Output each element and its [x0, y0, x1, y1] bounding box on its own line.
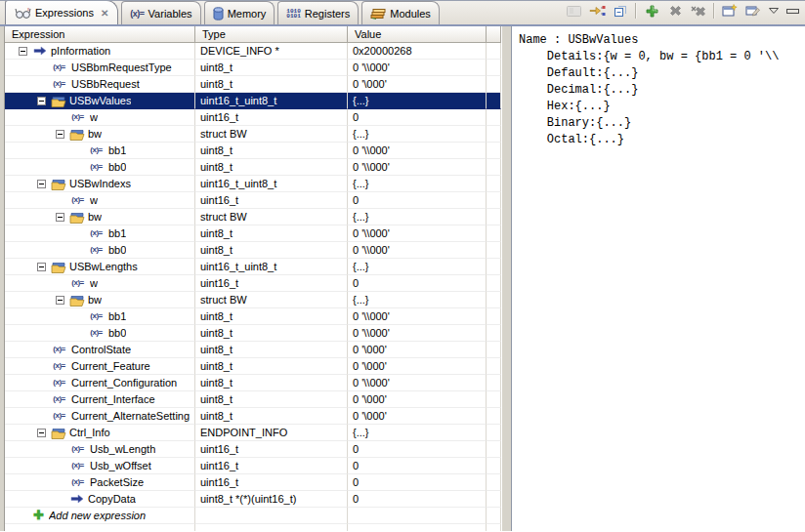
type-cell: uint8_t [195, 225, 348, 242]
expander-minus-icon[interactable] [56, 213, 64, 222]
table-row[interactable]: (x)=ControlStateuint8_t0 '\000' [5, 342, 501, 358]
show-logical-structure-icon[interactable] [588, 3, 606, 20]
row-stub-cell [487, 342, 501, 358]
tab-registers[interactable]: 10100101 Registers [277, 1, 359, 24]
value-cell: 0 '\\000' [348, 308, 487, 325]
tab-modules[interactable]: Modules [361, 1, 440, 24]
variables-icon: (x)= [130, 9, 144, 19]
value-cell [348, 508, 487, 524]
table-row[interactable]: (x)=Current_Configurationuint8_t0 '\\000… [5, 375, 501, 391]
table-row[interactable]: (x)=wuint16_t0 [5, 192, 501, 209]
row-stub-cell [487, 143, 501, 159]
row-stub-cell [487, 425, 501, 441]
view-menu-icon[interactable] [768, 3, 780, 20]
row-stub-cell [487, 192, 501, 209]
open-new-view-icon[interactable] [721, 3, 739, 20]
table-row[interactable]: (x)=wuint16_t0 [5, 275, 501, 292]
expression-cell: (x)=Current_Feature [5, 358, 195, 375]
variable-icon: (x)= [87, 159, 106, 175]
value-cell: 0 '\\000' [348, 242, 487, 259]
expression-cell: USBwValues [5, 93, 195, 109]
pointer-icon [31, 46, 48, 56]
table-row[interactable]: (x)=bb0uint8_t0 '\\000' [5, 325, 501, 342]
view-tab-bar: x Expressions ✕ (x)= Variables Memory 10… [0, 1, 805, 26]
modules-icon [370, 7, 386, 20]
value-cell: 0 '\000' [348, 342, 487, 358]
detail-line: Default:{...} [519, 65, 805, 82]
expander-minus-icon[interactable] [37, 429, 46, 437]
show-type-names-icon[interactable] [565, 3, 582, 20]
expander-minus-icon[interactable] [37, 263, 46, 271]
table-row[interactable]: (x)=wuint16_t0 [5, 109, 501, 126]
column-header-value[interactable]: Value [348, 26, 487, 43]
type-cell: uint16_t [195, 474, 348, 491]
expander-minus-icon[interactable] [56, 296, 64, 305]
tab-expressions[interactable]: x Expressions ✕ [5, 0, 118, 24]
table-row[interactable]: (x)=bb0uint8_t0 '\\000' [5, 242, 501, 259]
table-row[interactable]: USBwLengthsuint16_t_uint8_t{...} [5, 259, 501, 275]
expander-minus-icon[interactable] [37, 180, 46, 188]
expander-minus-icon[interactable] [56, 130, 64, 139]
expression-cell: CopyData [5, 491, 195, 508]
collapse-all-icon[interactable] [612, 3, 629, 20]
table-row[interactable]: (x)=Usb_wLengthuint16_t0 [5, 441, 501, 458]
table-row[interactable]: bwstruct BW{...} [5, 209, 501, 225]
row-stub-cell [487, 209, 501, 225]
pin-view-icon[interactable] [744, 3, 762, 20]
table-row[interactable]: USBwIndexsuint16_t_uint8_t{...} [5, 176, 501, 192]
table-row[interactable]: (x)=bb0uint8_t0 '\\000' [5, 159, 501, 176]
splitter-handle[interactable] [501, 26, 512, 531]
detail-line: Binary:{...} [519, 115, 805, 132]
expression-cell: USBwIndexs [5, 176, 195, 192]
tab-label: Registers [305, 8, 350, 20]
type-cell: struct BW [195, 126, 348, 143]
expression-cell: (x)=Usb_wLength [5, 441, 195, 458]
expander-minus-icon[interactable] [19, 47, 27, 56]
expression-label: w [90, 109, 98, 125]
table-row[interactable]: bwstruct BW{...} [5, 126, 501, 143]
table-row[interactable]: USBwValuesuint16_t_uint8_t{...} [5, 93, 501, 109]
variable-icon: (x)= [87, 143, 106, 158]
remove-expression-icon[interactable] [666, 3, 684, 20]
table-row[interactable]: CopyDatauint8_t *(*)(uint16_t)0 [5, 491, 501, 508]
tab-label: Variables [148, 8, 192, 20]
type-cell: uint8_t [195, 60, 348, 76]
remove-all-expressions-icon[interactable] [690, 3, 707, 20]
table-row[interactable]: (x)=USBbRequestuint8_t0 '\000' [5, 76, 501, 93]
table-row[interactable]: (x)=Current_Featureuint8_t0 '\000' [5, 358, 501, 375]
table-row[interactable]: (x)=PacketSizeuint16_t0 [5, 474, 501, 491]
table-row[interactable]: (x)=USBbmRequestTypeuint8_t0 '\\000' [5, 60, 501, 76]
table-row[interactable]: (x)=Current_Interfaceuint8_t0 '\000' [5, 391, 501, 408]
table-row[interactable]: (x)=Usb_wOffsetuint16_t0 [5, 458, 501, 474]
expression-cell: (x)=bb0 [5, 159, 195, 176]
table-row[interactable]: (x)=bb1uint8_t0 '\\000' [5, 225, 501, 242]
minimize-icon[interactable] [785, 3, 799, 20]
add-new-expression-row[interactable]: ✚Add new expression [5, 508, 501, 524]
close-icon[interactable]: ✕ [101, 8, 108, 19]
expression-label: w [90, 275, 98, 291]
table-row[interactable]: bwstruct BW{...} [5, 292, 501, 308]
memory-icon [213, 7, 224, 20]
add-expression-icon[interactable] [643, 3, 660, 20]
column-header-expression[interactable]: Expression [5, 26, 195, 43]
column-header-type[interactable]: Type [195, 26, 348, 43]
row-stub-cell [487, 60, 501, 76]
expression-cell: (x)=Current_Interface [5, 391, 195, 408]
type-cell: uint8_t [195, 358, 348, 375]
table-row[interactable]: Ctrl_InfoENDPOINT_INFO{...} [5, 425, 501, 441]
expression-label: Ctrl_Info [69, 425, 110, 440]
type-cell: uint16_t [195, 441, 348, 458]
table-row[interactable]: (x)=bb1uint8_t0 '\\000' [5, 143, 501, 159]
row-stub-cell [487, 43, 501, 60]
table-row[interactable]: pInformationDEVICE_INFO *0x20000268 [5, 43, 501, 60]
table-header: Expression Type Value [5, 26, 501, 43]
variable-icon: (x)= [50, 358, 68, 374]
tab-memory[interactable]: Memory [204, 1, 275, 24]
detail-pane[interactable]: Name : USBwValues Details:{w = 0, bw = {… [512, 26, 805, 531]
value-cell: 0 '\000' [348, 391, 487, 408]
detail-line: Octal:{...} [519, 132, 805, 148]
tab-variables[interactable]: (x)= Variables [121, 1, 200, 24]
table-row[interactable]: (x)=Current_AlternateSettinguint8_t0 '\0… [5, 408, 501, 425]
expander-minus-icon[interactable] [37, 97, 46, 105]
table-row[interactable]: (x)=bb1uint8_t0 '\\000' [5, 308, 501, 325]
